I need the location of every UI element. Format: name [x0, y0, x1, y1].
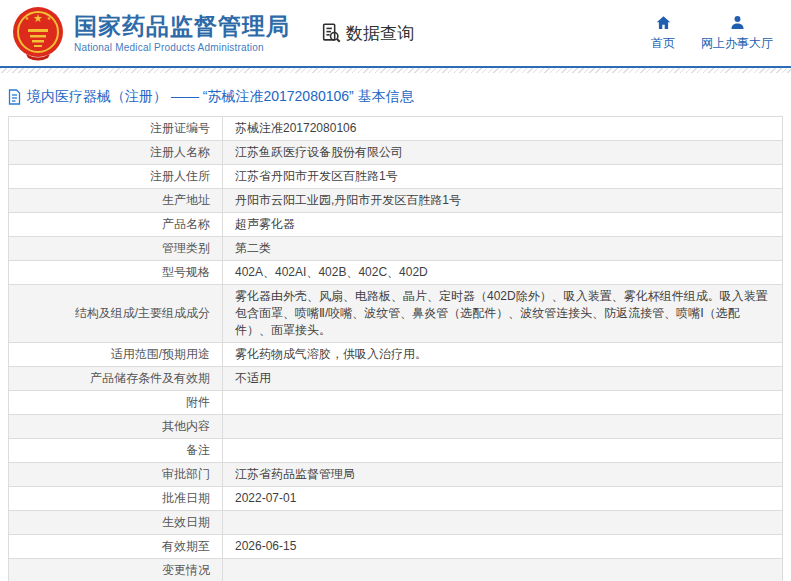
row-value	[223, 559, 783, 581]
row-label: 审批部门	[9, 463, 223, 487]
document-icon	[8, 89, 21, 105]
table-row: 生产地址丹阳市云阳工业园,丹阳市开发区百胜路1号	[9, 189, 783, 213]
row-label: 生产地址	[9, 189, 223, 213]
info-table-body: 注册证编号苏械注准20172080106注册人名称江苏鱼跃医疗设备股份有限公司注…	[9, 117, 783, 581]
row-value	[223, 439, 783, 463]
row-value: 雾化药物成气溶胶，供吸入治疗用。	[223, 343, 783, 367]
table-row: 注册人名称江苏鱼跃医疗设备股份有限公司	[9, 141, 783, 165]
row-label: 其他内容	[9, 415, 223, 439]
table-row: 生效日期	[9, 511, 783, 535]
table-row: 其他内容	[9, 415, 783, 439]
row-value: 雾化器由外壳、风扇、电路板、晶片、定时器（402D除外）、吸入装置、雾化杯组件组…	[223, 285, 783, 343]
info-table: 注册证编号苏械注准20172080106注册人名称江苏鱼跃医疗设备股份有限公司注…	[8, 116, 783, 581]
svg-text:★: ★	[33, 12, 43, 24]
row-value: 2022-07-01	[223, 487, 783, 511]
row-label: 生效日期	[9, 511, 223, 535]
table-row: 批准日期2022-07-01	[9, 487, 783, 511]
org-name-en: National Medical Products Administration	[74, 42, 290, 53]
row-value: 第二类	[223, 237, 783, 261]
row-value: 超声雾化器	[223, 213, 783, 237]
national-emblem-logo: ★ ★ ★	[12, 5, 64, 61]
row-value: 江苏鱼跃医疗设备股份有限公司	[223, 141, 783, 165]
row-label: 结构及组成/主要组成成分	[9, 285, 223, 343]
svg-text:★: ★	[47, 15, 52, 21]
table-row: 审批部门江苏省药品监督管理局	[9, 463, 783, 487]
table-row: 附件	[9, 391, 783, 415]
row-value: 江苏省丹阳市开发区百胜路1号	[223, 165, 783, 189]
data-query-entry[interactable]: 数据查询	[320, 22, 414, 45]
row-label: 型号规格	[9, 261, 223, 285]
row-label: 产品名称	[9, 213, 223, 237]
table-row: 适用范围/预期用途雾化药物成气溶胶，供吸入治疗用。	[9, 343, 783, 367]
table-row: 结构及组成/主要组成成分雾化器由外壳、风扇、电路板、晶片、定时器（402D除外）…	[9, 285, 783, 343]
row-value: 402A、402AI、402B、402C、402D	[223, 261, 783, 285]
table-row: 产品储存条件及有效期不适用	[9, 367, 783, 391]
table-row: 变更情况	[9, 559, 783, 581]
table-row: 管理类别第二类	[9, 237, 783, 261]
document-search-icon	[320, 22, 342, 44]
row-label: 适用范围/预期用途	[9, 343, 223, 367]
nav-item-service-hall[interactable]: 网上办事大厅	[701, 14, 773, 52]
home-icon	[655, 14, 672, 31]
data-query-label: 数据查询	[346, 22, 414, 45]
page-header: ★ ★ ★ 国家药品监督管理局 National Medical Product…	[0, 0, 791, 68]
nav-item-home[interactable]: 首页	[651, 14, 675, 52]
row-value: 苏械注准20172080106	[223, 117, 783, 141]
row-label: 注册人名称	[9, 141, 223, 165]
table-row: 注册人住所江苏省丹阳市开发区百胜路1号	[9, 165, 783, 189]
nav-item-label: 首页	[651, 35, 675, 52]
row-label: 产品储存条件及有效期	[9, 367, 223, 391]
table-row: 有效期至2026-06-15	[9, 535, 783, 559]
top-nav: 首页 网上办事大厅	[651, 14, 773, 52]
row-label: 备注	[9, 439, 223, 463]
row-value: 2026-06-15	[223, 535, 783, 559]
page-title-row: 境内医疗器械（注册） —— “苏械注准20172080106” 基本信息	[8, 88, 791, 106]
row-label: 批准日期	[9, 487, 223, 511]
svg-text:★: ★	[25, 15, 30, 21]
page-title: 境内医疗器械（注册） —— “苏械注准20172080106” 基本信息	[27, 88, 414, 106]
row-value: 不适用	[223, 367, 783, 391]
row-label: 附件	[9, 391, 223, 415]
row-label: 变更情况	[9, 559, 223, 581]
row-value	[223, 415, 783, 439]
row-value: 丹阳市云阳工业园,丹阳市开发区百胜路1号	[223, 189, 783, 213]
table-row: 产品名称超声雾化器	[9, 213, 783, 237]
nav-item-label: 网上办事大厅	[701, 35, 773, 52]
row-value	[223, 391, 783, 415]
row-label: 注册人住所	[9, 165, 223, 189]
row-label: 有效期至	[9, 535, 223, 559]
row-label: 注册证编号	[9, 117, 223, 141]
table-row: 注册证编号苏械注准20172080106	[9, 117, 783, 141]
table-row: 型号规格402A、402AI、402B、402C、402D	[9, 261, 783, 285]
hatched-divider	[0, 68, 791, 73]
org-name-block: 国家药品监督管理局 National Medical Products Admi…	[74, 13, 290, 53]
table-row: 备注	[9, 439, 783, 463]
row-label: 管理类别	[9, 237, 223, 261]
user-icon	[729, 14, 746, 31]
row-value: 江苏省药品监督管理局	[223, 463, 783, 487]
row-value	[223, 511, 783, 535]
org-name-cn: 国家药品监督管理局	[74, 13, 290, 39]
